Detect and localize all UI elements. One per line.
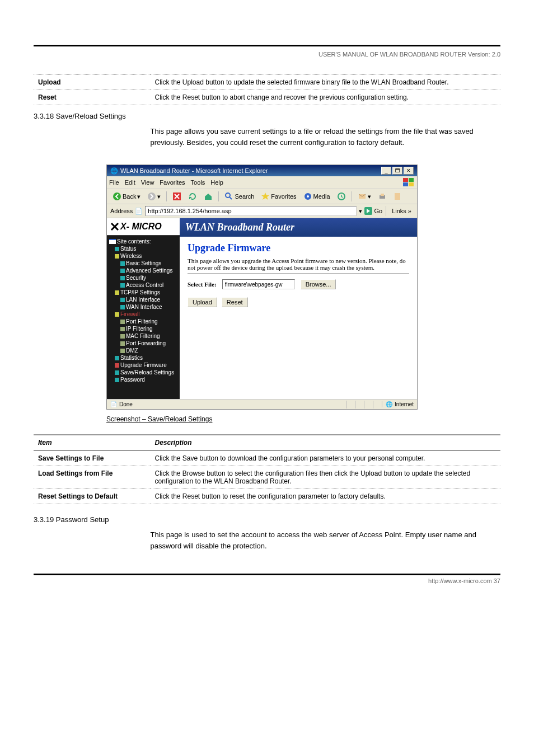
tree-firewall[interactable]: Firewall [109, 311, 179, 318]
menu-view[interactable]: View [141, 179, 154, 186]
internet-zone-icon: 🌐 [386, 401, 392, 407]
ie-app-icon: 🌐 [110, 167, 118, 175]
tree-port-forwarding[interactable]: Port Forwarding [109, 340, 179, 347]
r3-desc: Click the Reset button to reset the conf… [151, 489, 501, 504]
tree-status[interactable]: Status [109, 245, 179, 252]
tree-upgrade-firmware[interactable]: Upgrade Firmware [109, 361, 179, 369]
intro-table: Upload Click the Upload button to update… [34, 74, 500, 105]
svg-rect-13 [381, 194, 384, 196]
browse-button[interactable]: Browse... [301, 279, 336, 289]
svg-rect-2 [403, 182, 408, 186]
separator [352, 191, 352, 201]
svg-rect-14 [395, 193, 400, 200]
ie-content: X- MICRO Site contents: Status Wireless … [107, 218, 417, 399]
tree-security[interactable]: Security [109, 274, 179, 281]
tree-lan[interactable]: LAN Interface [109, 296, 179, 303]
tree-root: Site contents: [109, 238, 179, 245]
tree-tcpip[interactable]: TCP/IP Settings [109, 289, 179, 296]
ie-statusbar: 📄 Done 🌐 Internet [107, 399, 417, 409]
page-header: USER'S MANUAL OF WLAN BROADBAND ROUTER V… [34, 51, 500, 58]
stop-button[interactable] [170, 191, 184, 202]
screenshot-caption: Screenshot – Save/Reload Settings [34, 415, 500, 423]
select-file-label: Select File: [188, 281, 217, 288]
svg-rect-17 [109, 239, 116, 240]
menu-edit[interactable]: Edit [125, 179, 135, 186]
svg-point-7 [226, 193, 230, 198]
go-button[interactable]: Go [364, 207, 382, 215]
address-label: Address [110, 208, 133, 214]
nav-tree: Site contents: Status Wireless Basic Set… [107, 236, 180, 389]
svg-rect-3 [409, 182, 414, 186]
intro-r2-desc: Click the Reset button to abort change a… [151, 90, 501, 105]
tree-statistics[interactable]: Statistics [109, 354, 179, 361]
page-icon: 📄 [135, 208, 143, 215]
file-input[interactable] [222, 279, 295, 289]
section-heading: 3.3.18 Save/Reload Settings [34, 112, 500, 120]
ie-title: WLAN Broadband Router - Microsoft Intern… [120, 167, 268, 174]
reset-button[interactable]: Reset [222, 297, 248, 307]
refresh-button[interactable] [186, 191, 199, 202]
main-heading: Upgrade Firmware [188, 242, 409, 254]
close-button[interactable]: ✕ [404, 167, 414, 175]
col-desc: Description [151, 435, 501, 450]
address-dropdown[interactable]: ▾ [359, 208, 362, 215]
menu-help[interactable]: Help [210, 179, 223, 186]
r2-label: Load Settings from File [34, 466, 151, 489]
favorites-button[interactable]: Favorites [259, 191, 298, 202]
tree-mac-filtering[interactable]: MAC Filtering [109, 332, 179, 340]
page-footer: http://www.x-micro.com 37 [34, 577, 500, 584]
tree-wireless[interactable]: Wireless [109, 252, 179, 260]
section-body: This page allows you save current settin… [34, 126, 500, 148]
ie-main: Upgrade Firmware This page allows you up… [180, 237, 417, 399]
status-cell [364, 401, 373, 408]
main-divider [188, 273, 409, 274]
maximize-button[interactable]: 🗖 [392, 167, 402, 175]
tree-save-reload[interactable]: Save/Reload Settings [109, 369, 179, 376]
status-cell [373, 401, 382, 408]
ie-titlebar: 🌐 WLAN Broadband Router - Microsoft Inte… [107, 165, 417, 176]
home-button[interactable] [202, 191, 215, 202]
separator [166, 191, 167, 201]
tree-ip-filtering[interactable]: IP Filtering [109, 325, 179, 332]
tree-access-control[interactable]: Access Control [109, 281, 179, 289]
r1-desc: Click the Save button to download the co… [151, 450, 501, 466]
tree-password[interactable]: Password [109, 376, 179, 383]
address-input[interactable] [145, 206, 357, 216]
intro-r1-desc: Click the Upload button to update the se… [151, 75, 501, 90]
intro-r2-label: Reset [34, 90, 151, 105]
minimize-button[interactable]: _ [381, 167, 391, 175]
svg-point-5 [148, 192, 156, 200]
status-zone: Internet [395, 401, 414, 407]
tree-port-filtering[interactable]: Port Filtering [109, 318, 179, 325]
section2-body: This page is used to set the account to … [34, 529, 500, 551]
r3-label: Reset Settings to Default [34, 489, 151, 504]
tree-wan[interactable]: WAN Interface [109, 303, 179, 311]
back-button[interactable]: Back ▾ [110, 191, 143, 202]
mail-button[interactable]: ▾ [355, 191, 373, 202]
status-done: Done [119, 401, 133, 407]
col-item: Item [34, 435, 151, 450]
search-button[interactable]: Search [222, 191, 256, 202]
upload-button[interactable]: Upload [188, 297, 217, 307]
edit-button[interactable] [391, 191, 405, 202]
links-button[interactable]: Links » [390, 208, 414, 214]
ie-menubar: File Edit View Favorites Tools Help [107, 176, 417, 189]
forward-button[interactable]: ▾ [145, 191, 163, 202]
tree-basic-settings[interactable]: Basic Settings [109, 260, 179, 267]
header-band: WLAN Broadband Router [180, 218, 417, 237]
history-button[interactable] [335, 191, 348, 202]
tree-dmz[interactable]: DMZ [109, 347, 179, 354]
done-icon: 📄 [110, 401, 117, 407]
menu-favorites[interactable]: Favorites [160, 179, 185, 186]
intro-r1-label: Upload [34, 75, 151, 90]
print-button[interactable] [376, 191, 389, 202]
menu-file[interactable]: File [109, 179, 119, 186]
tree-advanced-settings[interactable]: Advanced Settings [109, 267, 179, 274]
ie-window: 🌐 WLAN Broadband Router - Microsoft Inte… [106, 165, 418, 410]
file-row: Select File: Browse... [188, 279, 409, 289]
ie-addressbar: Address 📄 ▾ Go Links » [107, 204, 417, 218]
menu-tools[interactable]: Tools [191, 179, 205, 186]
ie-sidebar: X- MICRO Site contents: Status Wireless … [107, 218, 180, 399]
media-button[interactable]: Media [301, 191, 332, 202]
svg-point-4 [113, 192, 121, 200]
